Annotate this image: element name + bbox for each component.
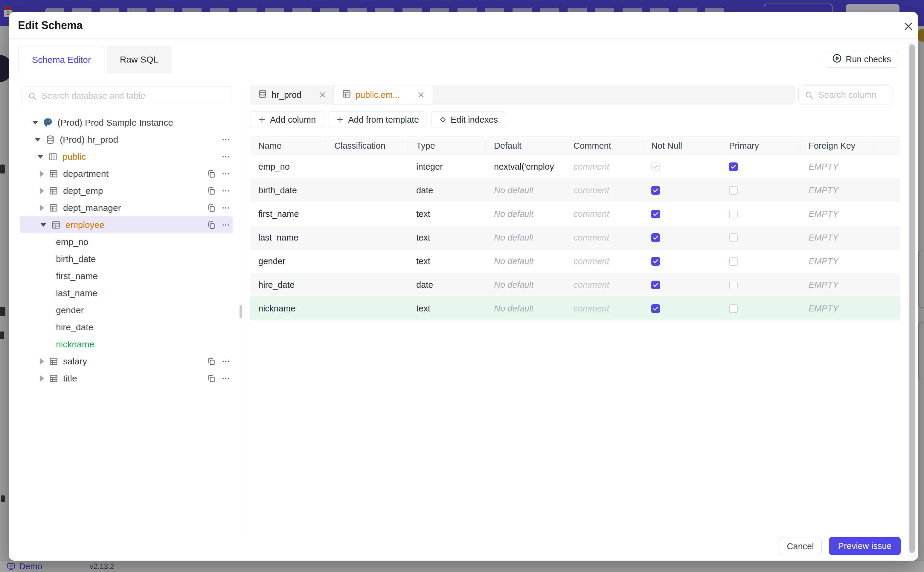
editor-tab-hr-prod[interactable]: hr_prod ✕ — [250, 85, 334, 104]
close-tab-icon[interactable]: ✕ — [417, 90, 425, 100]
default-select[interactable]: No default — [485, 226, 565, 249]
tab-schema-editor[interactable]: Schema Editor — [19, 46, 104, 73]
cancel-button[interactable]: Cancel — [779, 538, 822, 555]
tree-item-gender[interactable]: gender — [9, 302, 242, 319]
tree-item-department[interactable]: department — [9, 165, 242, 182]
default-select[interactable]: nextval('employ — [485, 155, 565, 178]
tree-item-last-name[interactable]: last_name — [9, 284, 242, 302]
column-search-input[interactable] — [799, 85, 893, 104]
tree-item-employee[interactable]: employee — [9, 216, 242, 233]
copy-icon[interactable] — [207, 221, 216, 230]
caret-icon[interactable] — [40, 223, 47, 227]
tree-item-first-name[interactable]: first_name — [9, 267, 242, 284]
default-select[interactable]: No default — [485, 179, 565, 202]
modal-scrollbar-thumb[interactable] — [909, 44, 915, 553]
tree-item-dept-emp[interactable]: dept_emp — [9, 182, 242, 199]
default-select[interactable]: No default — [485, 250, 565, 273]
classification-cell[interactable] — [326, 202, 408, 225]
more-icon[interactable] — [221, 374, 230, 383]
close-tab-icon[interactable]: ✕ — [319, 90, 326, 100]
caret-icon[interactable] — [35, 138, 41, 141]
classification-cell[interactable] — [326, 250, 408, 273]
copy-icon[interactable] — [207, 357, 216, 366]
copy-icon[interactable] — [207, 187, 216, 195]
more-icon[interactable] — [221, 204, 230, 212]
not-null-checkbox[interactable] — [651, 257, 660, 266]
default-select[interactable]: No default — [485, 297, 565, 320]
default-select[interactable]: No default — [485, 273, 565, 297]
primary-checkbox[interactable] — [729, 281, 738, 289]
classification-cell[interactable] — [326, 226, 408, 249]
more-icon[interactable] — [221, 169, 230, 178]
primary-checkbox[interactable] — [729, 210, 738, 218]
classification-cell[interactable] — [326, 297, 408, 320]
tree-item-emp-no[interactable]: emp_no — [9, 233, 242, 250]
column-name-cell[interactable]: birth_date — [250, 179, 326, 202]
primary-checkbox[interactable] — [729, 304, 738, 313]
comment-cell[interactable]: comment — [565, 155, 643, 178]
comment-cell[interactable]: comment — [565, 179, 643, 202]
type-select[interactable]: integer — [408, 155, 485, 178]
type-select[interactable]: date — [408, 273, 485, 297]
primary-checkbox[interactable] — [729, 233, 738, 242]
run-checks-button[interactable]: Run checks — [824, 51, 899, 68]
tree-item--prod-prod-sample-instance[interactable]: (Prod) Prod Sample Instance — [9, 114, 242, 131]
more-icon[interactable] — [221, 152, 230, 161]
caret-icon[interactable] — [32, 121, 38, 124]
close-icon[interactable] — [902, 20, 915, 32]
not-null-checkbox[interactable] — [651, 304, 660, 313]
caret-icon[interactable] — [40, 375, 44, 381]
more-icon[interactable] — [221, 357, 230, 366]
sidebar-scrollbar-thumb[interactable] — [240, 305, 242, 318]
more-icon[interactable] — [221, 135, 230, 144]
more-icon[interactable] — [221, 187, 230, 195]
add-from-template-button[interactable]: Add from template — [328, 111, 426, 128]
tree-item-hire-date[interactable]: hire_date — [9, 319, 242, 336]
not-null-checkbox[interactable] — [651, 162, 660, 171]
comment-cell[interactable]: comment — [565, 202, 643, 225]
tab-raw-sql[interactable]: Raw SQL — [107, 46, 171, 73]
default-select[interactable]: No default — [485, 202, 565, 225]
type-select[interactable]: text — [408, 250, 485, 273]
tree-item-dept-manager[interactable]: dept_manager — [9, 199, 242, 216]
type-select[interactable]: text — [408, 297, 485, 320]
primary-checkbox[interactable] — [729, 257, 738, 266]
add-column-button[interactable]: Add column — [250, 111, 323, 128]
comment-cell[interactable]: comment — [565, 297, 643, 320]
comment-cell[interactable]: comment — [565, 273, 643, 297]
column-name-cell[interactable]: emp_no — [250, 155, 326, 178]
type-select[interactable]: date — [408, 179, 485, 202]
preview-issue-button[interactable]: Preview issue — [829, 537, 901, 555]
column-name-cell[interactable]: hire_date — [250, 273, 326, 297]
not-null-checkbox[interactable] — [651, 210, 660, 218]
primary-checkbox[interactable] — [729, 186, 738, 195]
database-search-input[interactable] — [22, 87, 232, 105]
type-select[interactable]: text — [408, 226, 485, 249]
classification-cell[interactable] — [326, 155, 408, 178]
comment-cell[interactable]: comment — [565, 226, 643, 249]
primary-checkbox[interactable] — [729, 162, 738, 171]
not-null-checkbox[interactable] — [651, 281, 660, 289]
column-name-cell[interactable]: first_name — [250, 202, 326, 225]
classification-cell[interactable] — [326, 273, 408, 297]
tree-item-public[interactable]: public — [9, 148, 242, 165]
classification-cell[interactable] — [326, 179, 408, 202]
column-name-cell[interactable]: last_name — [250, 226, 326, 249]
caret-icon[interactable] — [40, 171, 44, 177]
column-name-cell[interactable]: gender — [250, 250, 326, 273]
tree-item-salary[interactable]: salary — [9, 353, 242, 370]
copy-icon[interactable] — [207, 169, 216, 178]
caret-icon[interactable] — [40, 188, 44, 194]
tree-item-nickname[interactable]: nickname — [9, 336, 242, 353]
more-icon[interactable] — [221, 221, 230, 230]
copy-icon[interactable] — [207, 204, 216, 212]
not-null-checkbox[interactable] — [651, 186, 660, 195]
copy-icon[interactable] — [207, 374, 216, 383]
not-null-checkbox[interactable] — [651, 233, 660, 242]
tree-item-title[interactable]: title — [9, 370, 242, 387]
caret-icon[interactable] — [37, 155, 43, 159]
tree-item--prod-hr-prod[interactable]: (Prod) hr_prod — [9, 131, 242, 148]
caret-icon[interactable] — [40, 358, 44, 364]
type-select[interactable]: text — [408, 202, 485, 225]
caret-icon[interactable] — [40, 205, 44, 211]
